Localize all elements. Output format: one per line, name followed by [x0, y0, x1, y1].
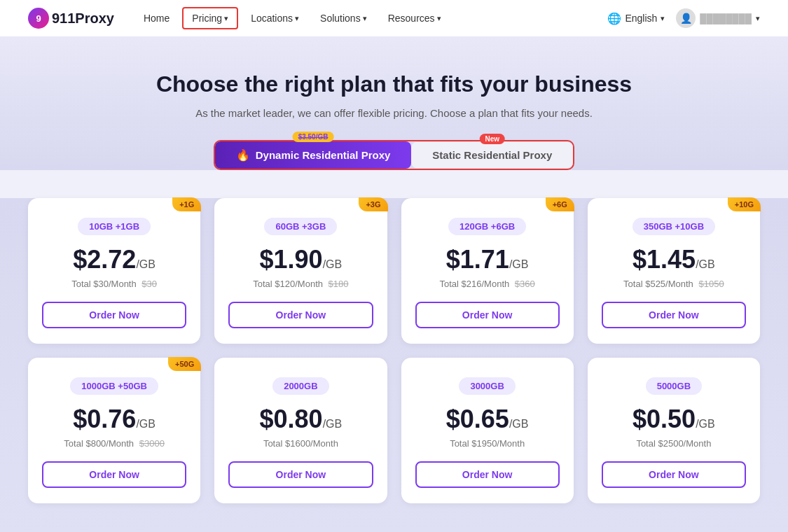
nav-item-home[interactable]: Home [135, 8, 178, 28]
order-now-button[interactable]: Order Now [42, 302, 186, 328]
gb-label: 1000GB +50GB [70, 377, 158, 395]
hero-subtitle: As the market leader, we can offer flexi… [14, 107, 774, 119]
original-price: $30 [141, 279, 157, 289]
price-total: Total $216/Month $360 [415, 279, 560, 289]
language-selector[interactable]: 🌐 English ▾ [607, 12, 665, 25]
pricing-grid-row1: +1G 10GB +1GB $2.72/GB Total $30/Month $… [28, 198, 760, 344]
original-price: $1050 [698, 279, 724, 289]
tab-dynamic-residential[interactable]: $3.50/GB 🔥 Dynamic Residential Proxy [215, 141, 412, 169]
price-main: $0.80/GB [228, 405, 373, 434]
price-main: $1.71/GB [415, 245, 560, 274]
price-unit: /GB [696, 258, 715, 270]
user-menu[interactable]: 👤 ████████ ▾ [676, 8, 760, 28]
original-price: $180 [329, 279, 349, 289]
nav-right: 🌐 English ▾ 👤 ████████ ▾ [607, 8, 760, 28]
price-unit: /GB [323, 258, 343, 270]
gb-label: 60GB +3GB [264, 218, 337, 235]
globe-icon: 🌐 [607, 12, 621, 25]
price-unit: /GB [136, 258, 155, 270]
logo-icon: 9 [28, 8, 49, 29]
pricing-card: +10G 350GB +10GB $1.45/GB Total $525/Mon… [588, 198, 760, 344]
chevron-down-icon: ▾ [295, 14, 299, 23]
pricing-card: 3000GB $0.65/GB Total $1950/Month Order … [401, 358, 574, 503]
price-main: $1.45/GB [602, 245, 746, 274]
username-text: ████████ [700, 13, 752, 24]
chevron-down-icon: ▾ [661, 14, 665, 23]
gb-label: 10GB +1GB [78, 218, 151, 235]
original-price: $360 [515, 279, 535, 289]
pricing-card: +3G 60GB +3GB $1.90/GB Total $120/Month … [214, 198, 387, 344]
price-total: Total $525/Month $1050 [602, 279, 746, 289]
chevron-down-icon: ▾ [756, 14, 760, 23]
logo-text: 911Proxy [52, 10, 114, 27]
price-total: Total $2500/Month [602, 438, 746, 449]
price-unit: /GB [323, 418, 343, 430]
bonus-badge: +6G [546, 197, 574, 211]
bonus-badge: +10G [728, 197, 761, 211]
pricing-card: +6G 120GB +6GB $1.71/GB Total $216/Month… [401, 198, 574, 344]
price-total: Total $120/Month $180 [228, 279, 373, 289]
tab-wrapper: $3.50/GB 🔥 Dynamic Residential Proxy New… [214, 140, 574, 170]
gb-label: 2000GB [272, 377, 329, 395]
price-main: $2.72/GB [42, 245, 186, 274]
gb-label: 3000GB [459, 377, 515, 395]
bonus-badge: +3G [359, 197, 387, 211]
price-total: Total $30/Month $30 [42, 279, 186, 289]
nav-item-locations[interactable]: Locations ▾ [242, 8, 307, 28]
order-now-button[interactable]: Order Now [228, 461, 373, 488]
pricing-card: +1G 10GB +1GB $2.72/GB Total $30/Month $… [28, 198, 200, 344]
tab-static-residential[interactable]: New Static Residential Proxy [411, 142, 573, 168]
hero-title: Choose the right plan that fits your bus… [14, 71, 774, 97]
chevron-down-icon: ▾ [437, 14, 441, 23]
nav-item-pricing[interactable]: Pricing ▾ [182, 7, 238, 29]
order-now-button[interactable]: Order Now [42, 461, 186, 488]
gb-label: 5000GB [646, 377, 702, 395]
fire-icon: 🔥 [236, 148, 250, 162]
order-now-button[interactable]: Order Now [602, 461, 746, 488]
price-total: Total $1950/Month [415, 438, 560, 449]
pricing-grid-row2: +50G 1000GB +50GB $0.76/GB Total $800/Mo… [28, 358, 760, 503]
price-unit: /GB [509, 418, 529, 430]
price-total: Total $1600/Month [228, 438, 373, 449]
order-now-button[interactable]: Order Now [415, 302, 560, 328]
pricing-section: +1G 10GB +1GB $2.72/GB Total $30/Month $… [0, 198, 788, 532]
tab-container: $3.50/GB 🔥 Dynamic Residential Proxy New… [14, 140, 774, 170]
pricing-card: 2000GB $0.80/GB Total $1600/Month Order … [214, 358, 387, 503]
price-main: $1.90/GB [228, 245, 373, 274]
order-now-button[interactable]: Order Now [602, 302, 746, 328]
avatar: 👤 [676, 8, 696, 28]
order-now-button[interactable]: Order Now [228, 302, 373, 328]
pricing-card: +50G 1000GB +50GB $0.76/GB Total $800/Mo… [28, 358, 200, 503]
pricing-card: 5000GB $0.50/GB Total $2500/Month Order … [588, 358, 760, 503]
chevron-down-icon: ▾ [224, 14, 228, 23]
hero-section: Choose the right plan that fits your bus… [0, 36, 788, 170]
price-unit: /GB [696, 418, 715, 430]
nav-item-solutions[interactable]: Solutions ▾ [312, 8, 375, 28]
gb-label: 120GB +6GB [448, 218, 526, 235]
nav-links: Home Pricing ▾ Locations ▾ Solutions ▾ R… [135, 7, 607, 29]
price-total: Total $800/Month $3000 [42, 438, 186, 449]
price-badge: $3.50/GB [293, 132, 334, 142]
price-main: $0.50/GB [602, 405, 746, 434]
nav-item-resources[interactable]: Resources ▾ [380, 8, 450, 28]
price-main: $0.76/GB [42, 405, 186, 434]
new-badge: New [480, 134, 506, 144]
price-unit: /GB [136, 418, 155, 430]
chevron-down-icon: ▾ [363, 14, 367, 23]
bonus-badge: +50G [168, 357, 201, 371]
price-main: $0.65/GB [415, 405, 560, 434]
bonus-badge: +1G [172, 197, 201, 211]
logo[interactable]: 9 911Proxy [28, 8, 114, 29]
order-now-button[interactable]: Order Now [415, 461, 560, 488]
gb-label: 350GB +10GB [633, 218, 715, 235]
price-unit: /GB [509, 258, 529, 270]
original-price: $3000 [139, 438, 165, 449]
